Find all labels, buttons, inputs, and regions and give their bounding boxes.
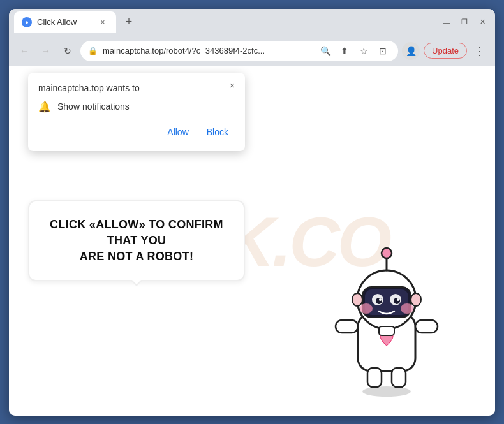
popup-notification-row: 🔔 Show notifications bbox=[38, 101, 235, 113]
title-bar: ● Click Allow × + — ❐ ✕ bbox=[9, 9, 495, 36]
bookmark-icon[interactable]: ☆ bbox=[356, 43, 371, 59]
lock-icon: 🔒 bbox=[88, 47, 98, 55]
browser-tab[interactable]: ● Click Allow × bbox=[14, 11, 116, 33]
update-button[interactable]: Update bbox=[424, 43, 467, 59]
popup-buttons: Allow Block bbox=[38, 123, 235, 141]
forward-button[interactable]: → bbox=[37, 42, 55, 60]
svg-point-0 bbox=[362, 386, 411, 397]
block-button[interactable]: Block bbox=[200, 123, 235, 141]
page-content: RISK.CO × maincaptcha.top wants to 🔔 Sho… bbox=[9, 66, 495, 416]
svg-point-13 bbox=[376, 298, 382, 304]
profile-button[interactable]: 👤 bbox=[402, 42, 420, 60]
address-bar: ← → ↻ 🔒 maincaptcha.top/robot4/?c=343689… bbox=[9, 36, 495, 66]
svg-point-15 bbox=[379, 298, 382, 301]
close-button[interactable]: ✕ bbox=[475, 15, 490, 30]
svg-point-20 bbox=[411, 293, 421, 306]
svg-rect-3 bbox=[415, 320, 438, 333]
svg-point-16 bbox=[397, 298, 399, 301]
svg-point-14 bbox=[394, 298, 400, 304]
svg-rect-5 bbox=[392, 368, 406, 387]
search-icon[interactable]: 🔍 bbox=[318, 43, 333, 59]
svg-point-19 bbox=[352, 293, 362, 306]
bell-icon: 🔔 bbox=[38, 101, 51, 113]
tab-title: Click Allow bbox=[37, 17, 92, 27]
more-options-button[interactable]: ⋮ bbox=[471, 42, 489, 60]
allow-button[interactable]: Allow bbox=[161, 123, 195, 141]
speech-bubble: CLICK «ALLOW» TO CONFIRM THAT YOU ARE NO… bbox=[28, 200, 245, 282]
maximize-button[interactable]: ❐ bbox=[457, 15, 472, 30]
reload-button[interactable]: ↻ bbox=[59, 42, 77, 60]
split-icon[interactable]: ⊡ bbox=[375, 43, 390, 59]
new-tab-button[interactable]: + bbox=[120, 13, 138, 31]
robot-character bbox=[316, 231, 457, 397]
svg-point-9 bbox=[360, 303, 373, 314]
popup-notification-text: Show notifications bbox=[57, 101, 130, 112]
url-action-icons: 🔍 ⬆ ☆ ⊡ bbox=[318, 43, 390, 59]
tab-favicon: ● bbox=[22, 17, 32, 27]
svg-rect-2 bbox=[336, 320, 358, 333]
speech-text: CLICK «ALLOW» TO CONFIRM THAT YOU ARE NO… bbox=[48, 217, 225, 265]
popup-close-button[interactable]: × bbox=[226, 79, 239, 92]
url-bar[interactable]: 🔒 maincaptcha.top/robot4/?c=343689f4-2cf… bbox=[80, 41, 398, 61]
popup-title: maincaptcha.top wants to bbox=[38, 83, 235, 93]
svg-point-10 bbox=[401, 303, 413, 314]
share-icon[interactable]: ⬆ bbox=[337, 43, 352, 59]
minimize-button[interactable]: — bbox=[439, 15, 454, 30]
svg-rect-21 bbox=[379, 326, 394, 335]
svg-point-18 bbox=[382, 248, 392, 258]
svg-rect-4 bbox=[367, 368, 382, 387]
window-controls: — ❐ ✕ bbox=[439, 15, 490, 30]
tab-close-button[interactable]: × bbox=[97, 17, 108, 28]
notification-popup: × maincaptcha.top wants to 🔔 Show notifi… bbox=[28, 73, 245, 151]
browser-window: ● Click Allow × + — ❐ ✕ ← → ↻ 🔒 maincapt… bbox=[9, 9, 495, 416]
url-text: maincaptcha.top/robot4/?c=343689f4-2cfc.… bbox=[103, 46, 313, 55]
back-button[interactable]: ← bbox=[15, 42, 33, 60]
